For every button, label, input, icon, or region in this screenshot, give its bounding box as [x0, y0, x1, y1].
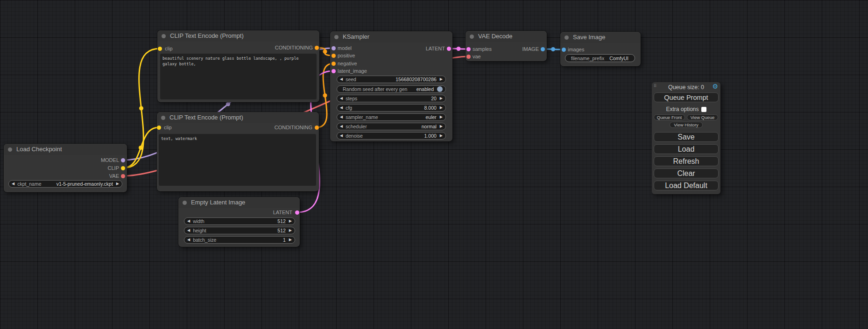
node-title-bar[interactable]: Empty Latent Image [178, 197, 300, 208]
widget-value: 20 [431, 96, 437, 101]
node-clip-text-encode-negative[interactable]: CLIP Text Encode (Prompt) clip CONDITION… [157, 112, 319, 191]
node-title-bar[interactable]: VAE Decode [466, 31, 547, 42]
widget-label: ckpt_name [17, 181, 41, 187]
widget-value: 512 [277, 228, 286, 233]
next-arrow-icon[interactable]: ▶ [440, 113, 443, 121]
next-arrow-icon[interactable]: ▶ [289, 227, 292, 234]
sampler-name-widget[interactable]: ◀ sampler_name euler ▶ [337, 113, 446, 121]
prev-arrow-icon[interactable]: ◀ [187, 236, 190, 244]
scheduler-widget[interactable]: ◀ scheduler normal ▶ [337, 123, 446, 130]
batch-size-widget[interactable]: ◀ batch_size 1 ▶ [184, 236, 295, 244]
negative-input-port[interactable] [332, 62, 336, 66]
node-title-bar[interactable]: Load Checkpoint [4, 144, 127, 155]
gear-icon[interactable]: ⚙ [712, 83, 718, 90]
images-input-port[interactable] [562, 48, 566, 52]
vae-input-port[interactable] [466, 55, 471, 59]
image-output-port[interactable] [541, 47, 545, 51]
node-title: Save Image [573, 34, 605, 41]
collapse-dot-icon[interactable] [161, 116, 165, 120]
node-title: KSampler [343, 33, 369, 40]
node-ksampler[interactable]: KSampler model positive negative latent_… [330, 31, 452, 141]
input-label-model: model [338, 45, 352, 51]
input-label-positive: positive [338, 52, 355, 59]
view-history-button[interactable]: View History [670, 122, 703, 128]
view-queue-button[interactable]: View Queue [687, 114, 718, 120]
output-label-image: IMAGE [522, 46, 539, 52]
samples-input-port[interactable] [466, 47, 471, 51]
filename-prefix-widget[interactable]: filename_prefix ComfyUI [565, 54, 635, 62]
node-load-checkpoint[interactable]: Load Checkpoint MODEL CLIP VAE ◀ ckpt_na… [4, 144, 127, 192]
prompt-textarea[interactable]: text, watermark [159, 134, 316, 186]
next-arrow-icon[interactable]: ▶ [440, 95, 443, 102]
save-button[interactable]: Save [654, 132, 719, 142]
model-output-port[interactable] [121, 158, 125, 162]
prev-arrow-icon[interactable]: ◀ [340, 76, 343, 83]
prev-arrow-icon[interactable]: ◀ [340, 123, 343, 130]
collapse-dot-icon[interactable] [162, 34, 166, 38]
height-widget[interactable]: ◀ height 512 ▶ [184, 227, 295, 234]
collapse-dot-icon[interactable] [8, 147, 12, 152]
node-title: CLIP Text Encode (Prompt) [169, 114, 243, 121]
node-title-bar[interactable]: KSampler [330, 31, 452, 42]
prev-arrow-icon[interactable]: ◀ [12, 180, 14, 188]
widget-label: denoise [346, 133, 363, 139]
node-title: CLIP Text Encode (Prompt) [170, 32, 244, 39]
widget-value: 1.000 [424, 133, 437, 139]
prev-arrow-icon[interactable]: ◀ [340, 132, 343, 140]
extra-options-checkbox[interactable] [701, 107, 706, 112]
node-vae-decode[interactable]: VAE Decode samples vae IMAGE [466, 31, 547, 61]
clip-output-port[interactable] [121, 166, 125, 170]
prev-arrow-icon[interactable]: ◀ [340, 113, 343, 121]
toggle-circle-icon[interactable] [437, 86, 443, 92]
next-arrow-icon[interactable]: ▶ [289, 217, 292, 225]
width-widget[interactable]: ◀ width 512 ▶ [184, 217, 295, 225]
conditioning-output-port[interactable] [315, 126, 319, 130]
prev-arrow-icon[interactable]: ◀ [340, 104, 343, 112]
next-arrow-icon[interactable]: ▶ [440, 76, 443, 83]
node-title-bar[interactable]: CLIP Text Encode (Prompt) [157, 30, 319, 42]
collapse-dot-icon[interactable] [565, 35, 569, 40]
load-button[interactable]: Load [654, 144, 719, 154]
widget-value: 512 [277, 218, 286, 224]
load-default-button[interactable]: Load Default [654, 181, 719, 190]
latent-output-port[interactable] [295, 210, 299, 215]
output-label-latent: LATENT [273, 209, 292, 216]
next-arrow-icon[interactable]: ▶ [116, 180, 119, 188]
next-arrow-icon[interactable]: ▶ [440, 123, 443, 130]
next-arrow-icon[interactable]: ▶ [440, 132, 443, 140]
collapse-dot-icon[interactable] [334, 35, 339, 39]
positive-input-port[interactable] [332, 54, 336, 58]
model-input-port[interactable] [332, 46, 336, 50]
next-arrow-icon[interactable]: ▶ [289, 236, 292, 244]
vae-output-port[interactable] [121, 174, 125, 178]
random-seed-toggle-widget[interactable]: Random seed after every gen enabled [337, 85, 446, 93]
prev-arrow-icon[interactable]: ◀ [340, 95, 343, 102]
latent-image-input-port[interactable] [332, 69, 336, 73]
seed-widget[interactable]: ◀ seed 156680208700286 ▶ [337, 76, 446, 83]
collapse-dot-icon[interactable] [183, 201, 187, 205]
node-title-bar[interactable]: Save Image [560, 32, 641, 43]
node-clip-text-encode-positive[interactable]: CLIP Text Encode (Prompt) clip CONDITION… [157, 30, 319, 102]
denoise-widget[interactable]: ◀ denoise 1.000 ▶ [337, 132, 446, 140]
queue-prompt-button[interactable]: Queue Prompt [654, 92, 719, 102]
clip-input-port[interactable] [158, 47, 162, 51]
prev-arrow-icon[interactable]: ◀ [187, 217, 190, 225]
clear-button[interactable]: Clear [654, 168, 719, 178]
next-arrow-icon[interactable]: ▶ [440, 104, 443, 112]
node-empty-latent-image[interactable]: Empty Latent Image LATENT ◀ width 512 ▶ … [178, 197, 300, 247]
refresh-button[interactable]: Refresh [654, 156, 719, 166]
queue-front-button[interactable]: Queue Front [654, 114, 685, 120]
widget-value: normal [422, 124, 437, 129]
node-save-image[interactable]: Save Image images filename_prefix ComfyU… [560, 32, 641, 66]
prompt-textarea[interactable]: beautiful scenery nature glass bottle la… [160, 54, 317, 99]
input-label-negative: negative [338, 60, 357, 67]
conditioning-output-port[interactable] [315, 46, 319, 50]
clip-input-port[interactable] [157, 126, 161, 130]
collapse-dot-icon[interactable] [470, 35, 474, 39]
prev-arrow-icon[interactable]: ◀ [187, 227, 190, 234]
steps-widget[interactable]: ◀ steps 20 ▶ [337, 95, 446, 102]
ckpt-name-widget[interactable]: ◀ ckpt_name v1-5-pruned-emaonly.ckpt ▶ [8, 180, 122, 188]
latent-output-port[interactable] [447, 47, 451, 51]
node-title-bar[interactable]: CLIP Text Encode (Prompt) [157, 112, 319, 123]
cfg-widget[interactable]: ◀ cfg 8.000 ▶ [337, 104, 446, 112]
